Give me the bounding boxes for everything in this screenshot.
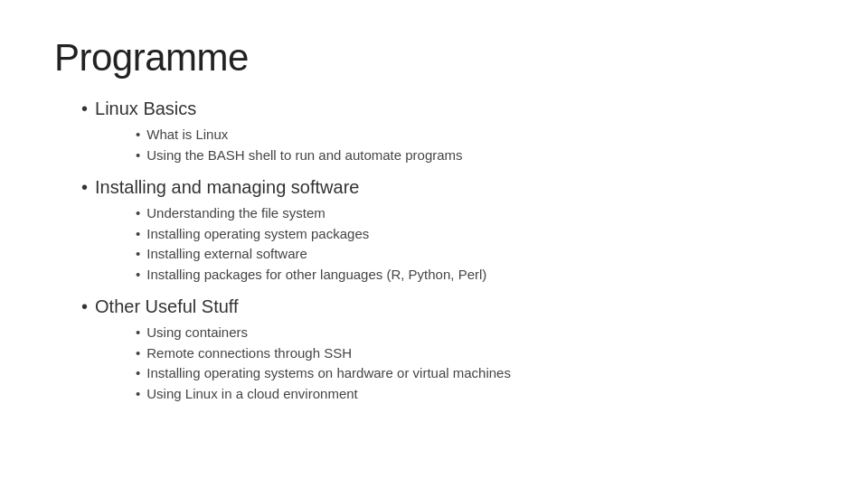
section-installing-software-label: Installing and managing software	[95, 174, 359, 200]
other-useful-items: • Using containers • Remote connections …	[136, 323, 814, 404]
list-item: • Installing operating systems on hardwa…	[136, 363, 814, 384]
sub-bullet-icon: •	[136, 203, 140, 224]
item-text: Remote connections through SSH	[146, 343, 352, 364]
list-item: • Using containers	[136, 323, 814, 343]
bullet-icon: •	[81, 294, 88, 319]
sub-bullet-icon: •	[136, 384, 140, 405]
item-text: Installing operating systems on hardware…	[146, 363, 511, 384]
section-other-useful-heading: • Other Useful Stuff	[81, 294, 814, 319]
item-text: What is Linux	[146, 125, 228, 145]
list-item: • Using the BASH shell to run and automa…	[136, 145, 814, 166]
item-text: Using containers	[146, 323, 248, 343]
list-item: • Installing external software	[136, 244, 814, 265]
list-item: • Remote connections through SSH	[136, 343, 814, 364]
sub-bullet-icon: •	[136, 125, 140, 145]
list-item: • Installing packages for other language…	[136, 265, 814, 286]
section-installing-software-heading: • Installing and managing software	[81, 174, 814, 200]
section-linux-basics-heading: • Linux Basics	[81, 96, 814, 121]
section-linux-basics-label: Linux Basics	[95, 96, 196, 121]
sub-bullet-icon: •	[136, 244, 140, 265]
section-linux-basics: • Linux Basics • What is Linux • Using t…	[54, 96, 814, 165]
item-text: Installing operating system packages	[146, 224, 369, 245]
list-item: • Using Linux in a cloud environment	[136, 384, 814, 405]
sub-bullet-icon: •	[136, 323, 140, 343]
slide: Programme • Linux Basics • What is Linux…	[0, 0, 868, 488]
list-item: • Installing operating system packages	[136, 224, 814, 245]
item-text: Using Linux in a cloud environment	[146, 384, 357, 405]
sub-bullet-icon: •	[136, 363, 140, 384]
linux-basics-items: • What is Linux • Using the BASH shell t…	[136, 125, 814, 165]
item-text: Using the BASH shell to run and automate…	[146, 145, 462, 166]
section-installing-software: • Installing and managing software • Und…	[54, 174, 814, 285]
installing-software-items: • Understanding the file system • Instal…	[136, 203, 814, 285]
item-text: Installing external software	[146, 244, 307, 265]
sub-bullet-icon: •	[136, 343, 140, 364]
item-text: Installing packages for other languages …	[146, 265, 486, 286]
bullet-icon: •	[81, 174, 88, 200]
sub-bullet-icon: •	[136, 265, 140, 286]
sub-bullet-icon: •	[136, 145, 140, 166]
slide-title: Programme	[54, 36, 814, 80]
list-item: • What is Linux	[136, 125, 814, 145]
bullet-icon: •	[81, 96, 88, 121]
section-other-useful-label: Other Useful Stuff	[95, 294, 239, 319]
item-text: Understanding the file system	[146, 203, 326, 224]
sub-bullet-icon: •	[136, 224, 140, 245]
list-item: • Understanding the file system	[136, 203, 814, 224]
section-other-useful: • Other Useful Stuff • Using containers …	[54, 294, 814, 404]
